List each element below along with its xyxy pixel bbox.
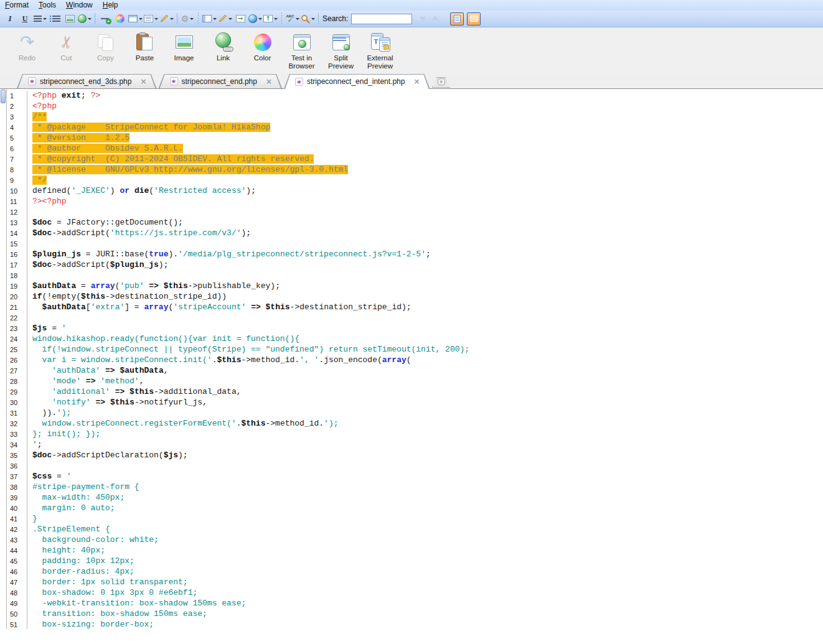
code-line[interactable]: 39 max-width: 450px; <box>7 493 823 503</box>
test-in-browser-button[interactable]: Test in Browser <box>282 29 321 73</box>
code-line[interactable]: 1<?php exit; ?> <box>7 91 823 101</box>
code-line[interactable]: 41} <box>7 514 823 525</box>
find-next-icon[interactable] <box>418 14 427 23</box>
code-line[interactable]: 18 <box>7 271 823 281</box>
code-line[interactable]: 43 background-color: white; <box>7 535 823 546</box>
code-line[interactable]: 20if(!empty($this->destination_stripe_id… <box>7 292 823 302</box>
color-button[interactable]: Color <box>243 29 282 73</box>
tab-stripeconnect_end_3ds[interactable]: * stripeconnect_end_3ds.php × <box>17 74 157 88</box>
code-line[interactable]: 19$authData = array('pub' => $this->publ… <box>7 281 823 292</box>
code-line[interactable]: 51 box-sizing: border-box; <box>7 620 823 629</box>
external-preview-button[interactable]: External Preview <box>360 29 400 73</box>
paste-button[interactable]: Paste <box>125 29 164 73</box>
italic-button[interactable]: I <box>3 12 17 26</box>
code-line[interactable]: 22 <box>7 313 823 324</box>
tab-stripeconnect_end[interactable]: * stripeconnect_end.php × <box>159 74 283 88</box>
code-line[interactable]: 12 <box>7 207 823 218</box>
code-line[interactable]: 4 * @package StripeConnect for Joomla! H… <box>7 123 823 133</box>
find-previous-icon[interactable] <box>431 14 440 23</box>
search-input[interactable] <box>351 14 412 24</box>
redo-button[interactable]: ↷ Redo <box>7 29 47 73</box>
code-line[interactable]: 42.StripeElement { <box>7 525 823 535</box>
panel-splitter-handle[interactable] <box>1 90 6 103</box>
code-line[interactable]: 17$doc->addScript($plugin_js); <box>7 260 823 271</box>
insert-anchor-button[interactable] <box>78 12 92 26</box>
code-line[interactable]: 40 margin: 0 auto; <box>7 503 823 514</box>
code-line[interactable]: 30 'notify' => $this->notifyurl_js, <box>7 398 823 408</box>
code-line[interactable]: 11?><?php <box>7 197 823 207</box>
code-line[interactable]: 36 <box>7 461 823 472</box>
code-line[interactable]: 33}; init(); }); <box>7 429 823 440</box>
code-line[interactable]: 9 */ <box>7 175 823 186</box>
close-icon[interactable]: × <box>140 78 146 85</box>
settings-button[interactable]: ⚙ <box>181 12 194 26</box>
code-line[interactable]: 34'; <box>7 440 823 450</box>
underline-button[interactable]: U <box>18 12 32 26</box>
code-line[interactable]: 24window.hikashop.ready(function(){var i… <box>7 334 823 345</box>
code-line[interactable]: 6 * @author Obsidev S.A.R.L. <box>7 144 823 154</box>
collapsed-panel-strip[interactable] <box>0 89 7 629</box>
open-in-browser-button[interactable]: → <box>233 12 247 26</box>
code-line[interactable]: 44 height: 40px; <box>7 546 823 556</box>
code-line[interactable]: 49 -webkit-transition: box-shadow 150ms … <box>7 599 823 609</box>
browse-web-button[interactable] <box>248 12 262 26</box>
show-panel-toggle[interactable] <box>450 12 464 26</box>
code-line[interactable]: 5 * @version 1.2.5 <box>7 133 823 144</box>
new-tab-button[interactable]: + <box>432 77 451 88</box>
list-button[interactable] <box>48 12 62 26</box>
code-line[interactable]: 31 )).'); <box>7 408 823 419</box>
spellcheck-button[interactable]: ABC✓ <box>286 12 299 26</box>
code-line[interactable]: 48 box-shadow: 0 1px 3px 0 #e6ebf1; <box>7 588 823 599</box>
code-line[interactable]: 29 'additional' => $this->additional_dat… <box>7 387 823 398</box>
close-icon[interactable]: × <box>413 78 420 85</box>
code-line[interactable]: 35$doc->addScriptDeclaration($js); <box>7 450 823 461</box>
link-button[interactable]: Link <box>204 29 243 73</box>
split-preview-button[interactable]: Split Preview <box>321 29 360 73</box>
code-line[interactable]: 25 if(!window.stripeConnect || typeof(St… <box>7 345 823 355</box>
code-line[interactable]: 16$plugin_js = JURI::base(true).'/media/… <box>7 250 823 260</box>
code-line[interactable]: 38#stripe-payment-form { <box>7 482 823 493</box>
code-line[interactable]: 10defined('_JEXEC') or die('Restricted a… <box>7 186 823 197</box>
side-panel-button[interactable] <box>202 12 217 26</box>
cut-button[interactable]: ✂ Cut <box>47 29 86 73</box>
code-line[interactable]: 23$js = ' <box>7 324 823 334</box>
edit-code-button[interactable] <box>218 12 232 26</box>
insert-rule-button[interactable] <box>98 12 112 26</box>
code-line[interactable]: 8 * @license GNU/GPLv3 http://www.gnu.or… <box>7 165 823 175</box>
close-icon[interactable]: × <box>266 78 272 85</box>
code-line[interactable]: 2<?php <box>7 101 823 112</box>
publish-button[interactable]: ↑ <box>263 12 278 26</box>
align-button[interactable] <box>33 12 47 26</box>
code-line[interactable]: 15 <box>7 239 823 250</box>
code-line[interactable]: 26 var i = window.stripeConnect.init('.$… <box>7 355 823 366</box>
insert-image-button[interactable] <box>63 12 77 26</box>
code-line[interactable]: 21 $authData['extra'] = array('stripeAcc… <box>7 302 823 313</box>
find-button[interactable] <box>301 12 315 26</box>
highlight-toggle[interactable] <box>467 12 481 26</box>
menu-format[interactable]: Format <box>1 1 35 10</box>
code-line[interactable]: 27 'authData' => $authData, <box>7 366 823 376</box>
menu-tools[interactable]: Tools <box>35 1 62 10</box>
form-layout-button[interactable] <box>144 12 158 26</box>
code-line[interactable]: 47 border: 1px solid transparent; <box>7 577 823 588</box>
image-button[interactable]: Image <box>164 29 204 73</box>
code-line[interactable]: 28 'mode' => 'method', <box>7 376 823 387</box>
color-wheel-button[interactable] <box>113 12 127 26</box>
code-line[interactable]: 45 padding: 10px 12px; <box>7 556 823 567</box>
code-line[interactable]: 50 transition: box-shadow 150ms ease; <box>7 609 823 620</box>
code-line[interactable]: 46 border-radius: 4px; <box>7 567 823 577</box>
copy-button[interactable]: Copy <box>86 29 125 73</box>
code-line[interactable]: 3/** <box>7 112 823 123</box>
code-lines[interactable]: 1<?php exit; ?>2<?php3/**4 * @package St… <box>7 89 823 629</box>
menu-help[interactable]: Help <box>99 1 125 10</box>
edit-tag-button[interactable] <box>159 12 174 26</box>
code-line[interactable]: 32 window.stripeConnect.registerFormEven… <box>7 419 823 429</box>
insert-table-button[interactable] <box>128 12 143 26</box>
code-line[interactable]: 14$doc->addScript('https://js.stripe.com… <box>7 228 823 239</box>
code-line[interactable]: 37$css = ' <box>7 472 823 482</box>
code-line[interactable]: 13$doc = JFactory::getDocument(); <box>7 218 823 228</box>
code-line[interactable]: 7 * @copyright (C) 2011-2024 OBSIDEV. Al… <box>7 154 823 165</box>
tab-stripeconnect_end_intent[interactable]: * stripeconnect_end_intent.php × <box>284 74 430 89</box>
code-editor[interactable]: 1<?php exit; ?>2<?php3/**4 * @package St… <box>0 89 823 629</box>
menu-window[interactable]: Window <box>62 1 99 10</box>
